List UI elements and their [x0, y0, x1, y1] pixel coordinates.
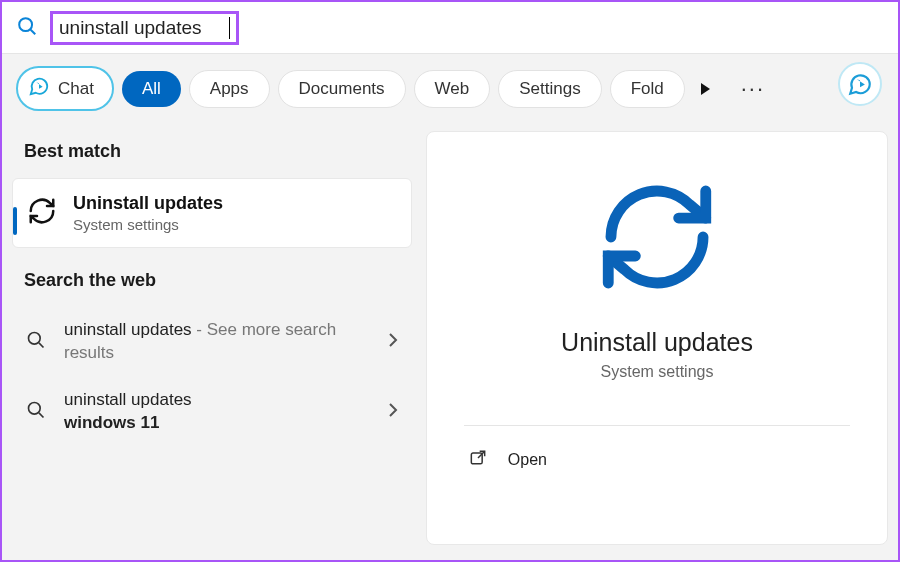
overflow-next-icon[interactable] [697, 81, 713, 97]
open-label: Open [508, 451, 547, 469]
open-external-icon [468, 448, 488, 472]
refresh-icon [592, 172, 722, 306]
best-match-title: Uninstall updates [73, 193, 223, 214]
search-bar [2, 2, 898, 54]
web-result-text: uninstall updates - See more search resu… [64, 319, 370, 365]
refresh-icon [27, 196, 57, 230]
filter-apps[interactable]: Apps [189, 70, 270, 108]
filter-documents[interactable]: Documents [278, 70, 406, 108]
search-icon [26, 330, 46, 354]
content-area: Best match Uninstall updates System sett… [2, 131, 898, 557]
results-panel: Best match Uninstall updates System sett… [12, 131, 412, 545]
best-match-result[interactable]: Uninstall updates System settings [12, 178, 412, 248]
text-cursor [229, 17, 230, 39]
web-result-1[interactable]: uninstall updateswindows 11 [12, 377, 412, 447]
svg-line-3 [39, 343, 44, 348]
filter-all[interactable]: All [122, 71, 181, 107]
open-action[interactable]: Open [464, 426, 850, 494]
filters-row: Chat All Apps Documents Web Settings Fol… [2, 54, 898, 131]
detail-panel: Uninstall updates System settings Open [426, 131, 888, 545]
bing-chat-icon [28, 75, 50, 102]
detail-title: Uninstall updates [561, 328, 753, 357]
chevron-right-icon [388, 403, 398, 421]
web-result-0[interactable]: uninstall updates - See more search resu… [12, 307, 412, 377]
bing-chat-bubble[interactable] [838, 62, 882, 106]
chat-label: Chat [58, 79, 94, 99]
svg-point-0 [19, 18, 32, 31]
detail-subtitle: System settings [601, 363, 714, 381]
svg-point-2 [29, 332, 41, 344]
filter-folders[interactable]: Fold [610, 70, 685, 108]
search-input-highlight [50, 11, 239, 45]
filter-settings[interactable]: Settings [498, 70, 601, 108]
best-match-header: Best match [12, 131, 412, 178]
best-match-text: Uninstall updates System settings [73, 193, 223, 233]
search-icon [16, 15, 38, 41]
filter-web[interactable]: Web [414, 70, 491, 108]
search-input[interactable] [59, 17, 229, 39]
best-match-subtitle: System settings [73, 216, 223, 233]
more-options-icon[interactable]: ··· [741, 76, 765, 102]
svg-line-1 [31, 29, 36, 34]
search-icon [26, 400, 46, 424]
web-result-text: uninstall updateswindows 11 [64, 389, 370, 435]
svg-line-5 [39, 413, 44, 418]
chat-pill[interactable]: Chat [16, 66, 114, 111]
search-web-header: Search the web [12, 248, 412, 307]
svg-point-4 [29, 402, 41, 414]
chevron-right-icon [388, 333, 398, 351]
